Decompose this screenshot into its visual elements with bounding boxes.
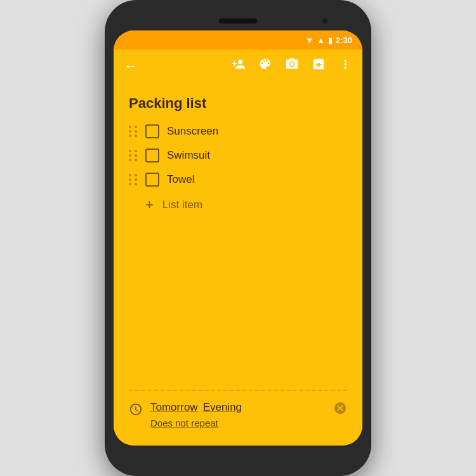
item-text-towel[interactable]: Towel: [167, 173, 194, 186]
add-item-row[interactable]: + List item: [129, 197, 347, 213]
drag-handle[interactable]: [129, 126, 138, 137]
reminder-details: Tomorrow Evening Does not repeat: [150, 401, 326, 429]
checklist-item: Sunscreen: [129, 124, 347, 138]
drag-handle[interactable]: [129, 150, 138, 161]
checklist: Sunscreen Swimsuit: [129, 124, 347, 380]
back-button[interactable]: ←: [124, 58, 138, 74]
battery-icon: ▮: [328, 36, 333, 45]
add-collaborator-button[interactable]: [232, 57, 246, 75]
phone-screen: ▼ ▲ ▮ 2:30 ←: [114, 30, 362, 446]
add-item-label[interactable]: List item: [162, 199, 202, 211]
clock-icon: [129, 402, 143, 420]
reminder-section: Tomorrow Evening Does not repeat: [129, 401, 347, 435]
reminder-repeat[interactable]: Does not repeat: [150, 418, 218, 428]
archive-button[interactable]: [312, 57, 326, 75]
add-icon: +: [145, 197, 154, 213]
drag-handle[interactable]: [129, 174, 138, 185]
speaker: [219, 18, 257, 23]
item-text-sunscreen[interactable]: Sunscreen: [167, 125, 218, 138]
toolbar: ←: [114, 50, 362, 83]
reminder-time-row: Tomorrow Evening: [150, 401, 326, 414]
status-bar: ▼ ▲ ▮ 2:30: [114, 30, 362, 50]
checkbox-swimsuit[interactable]: [145, 149, 159, 162]
phone-frame: ▼ ▲ ▮ 2:30 ←: [105, 0, 371, 476]
signal-icon: ▲: [317, 36, 325, 45]
note-title[interactable]: Packing list: [129, 95, 347, 112]
reminder-date[interactable]: Tomorrow: [150, 401, 198, 414]
item-text-swimsuit[interactable]: Swimsuit: [167, 149, 210, 162]
toolbar-right: [232, 57, 352, 75]
front-camera: [322, 18, 327, 23]
checkbox-towel[interactable]: [145, 173, 159, 187]
section-divider: [129, 390, 347, 391]
toolbar-left: ←: [124, 58, 138, 74]
camera-button[interactable]: [285, 57, 299, 75]
phone-bottom-bar: [114, 446, 362, 465]
content-area: Packing list Sunscreen: [114, 83, 362, 446]
phone-top-bar: [114, 11, 362, 30]
palette-button[interactable]: [258, 57, 272, 75]
reminder-period[interactable]: Evening: [203, 401, 242, 414]
status-icons: ▼ ▲ ▮ 2:30: [305, 36, 352, 45]
checklist-item: Swimsuit: [129, 149, 347, 162]
more-options-button[interactable]: [338, 57, 352, 75]
checklist-item: Towel: [129, 173, 347, 187]
wifi-icon: ▼: [305, 36, 314, 45]
checkbox-sunscreen[interactable]: [145, 124, 159, 138]
reminder-close-button[interactable]: [333, 401, 347, 419]
status-time: 2:30: [336, 36, 352, 45]
